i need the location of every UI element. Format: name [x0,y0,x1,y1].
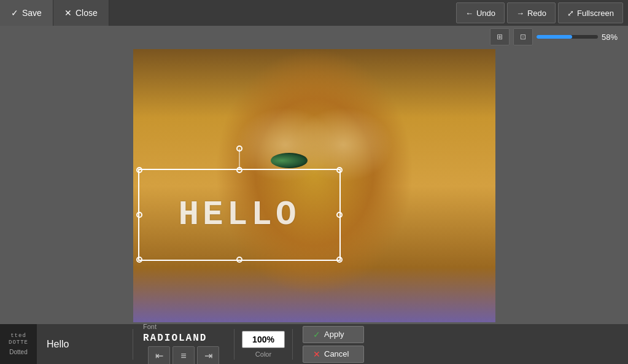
save-label: Save [22,8,42,18]
zoom-slider[interactable] [537,35,598,39]
zoom-value: 58% [602,33,623,42]
font-preview-thumbnail[interactable]: tted DOTTE Dotted [0,324,37,364]
handle-top-right[interactable] [336,167,343,173]
divider-1 [133,329,133,360]
fullscreen-icon: ⤢ [567,9,574,18]
second-toolbar: ⊞ ⊡ 58% [485,26,628,48]
cancel-label: Cancel [324,349,349,358]
align-center-button[interactable]: ≡ [173,346,195,365]
text-input[interactable] [47,339,120,350]
font-name: RADIOLAND [143,333,224,344]
undo-button[interactable]: ← Undo [456,2,505,23]
overlay-text: HELLO [178,195,300,234]
size-button[interactable]: 100% [242,331,285,348]
align-center-icon: ≡ [180,350,186,362]
fit-view-button[interactable]: ⊞ [490,28,510,45]
save-button[interactable]: ✓ Save [0,0,53,26]
top-toolbar: ✓ Save ✕ Close ← Undo → Redo ⤢ Fullscree… [0,0,628,26]
undo-label: Undo [476,9,495,18]
font-preview-label: Dotted [9,349,27,355]
align-right-icon: ⇥ [204,350,212,362]
align-section: ⇤ ≡ ⇥ [143,346,224,365]
apply-label: Apply [324,330,344,339]
fit-view-icon: ⊞ [497,33,503,41]
text-overlay-box[interactable]: HELLO [138,169,341,261]
cancel-button[interactable]: ✕ Cancel [303,346,364,363]
image-container: HELLO [133,49,495,322]
divider-2 [234,329,235,360]
align-left-icon: ⇤ [155,350,163,362]
actual-size-button[interactable]: ⊡ [513,28,533,45]
redo-label: Redo [527,9,546,18]
handle-top-left[interactable] [136,167,142,173]
close-button[interactable]: ✕ Close [53,0,109,26]
font-preview-text: tted DOTTE [9,333,28,346]
handle-bottom-right[interactable] [336,257,343,263]
size-color-section: 100% Color [237,331,290,358]
redo-icon: → [516,9,524,18]
toolbar-right: ← Undo → Redo ⤢ Fullscreen [456,0,628,26]
apply-button[interactable]: ✓ Apply [303,326,364,343]
size-value: 100% [252,335,274,344]
redo-button[interactable]: → Redo [507,2,556,23]
font-label: Font [143,323,224,330]
color-label: Color [255,350,271,358]
divider-3 [292,329,293,360]
fullscreen-label: Fullscreen [577,9,614,18]
close-icon: ✕ [64,8,72,18]
zoom-slider-fill [537,35,572,39]
fullscreen-button[interactable]: ⤢ Fullscreen [558,2,623,23]
zoom-slider-container: 58% [537,33,623,42]
handle-bottom-mid[interactable] [236,257,242,263]
bottom-panel: tted DOTTE Dotted Font RADIOLAND ⇤ ≡ ⇥ 1… [0,324,628,364]
checkmark-icon: ✓ [11,8,18,18]
action-section: ✓ Apply ✕ Cancel [298,326,369,363]
close-label: Close [76,8,98,18]
cancel-cross-icon: ✕ [313,349,320,359]
canvas-area: HELLO [0,26,628,364]
undo-icon: ← [465,9,473,18]
handle-mid-left[interactable] [136,212,142,218]
actual-size-icon: ⊡ [520,33,526,41]
align-right-button[interactable]: ⇥ [197,346,219,365]
handle-mid-right[interactable] [336,212,343,218]
font-section: Font RADIOLAND ⇤ ≡ ⇥ [136,323,231,365]
align-left-button[interactable]: ⇤ [148,346,170,365]
handle-top-mid[interactable] [236,167,242,173]
handle-bottom-left[interactable] [136,257,142,263]
rotation-handle[interactable] [236,145,242,152]
text-input-area [37,339,130,350]
apply-check-icon: ✓ [313,330,320,339]
